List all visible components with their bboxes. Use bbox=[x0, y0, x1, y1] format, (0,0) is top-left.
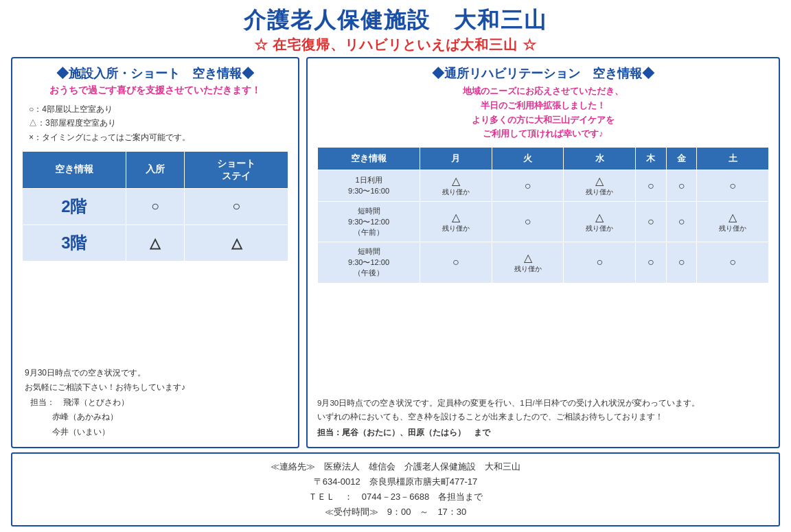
row1-label: 1日利用9:30〜16:00 bbox=[318, 170, 420, 202]
left-panel: ◆施設入所・ショート 空き情報◆ おうちで過ごす喜びを支援させていただきます！ … bbox=[11, 57, 299, 448]
table-row: 1日利用9:30〜16:00 △残り僅か ○ △残り僅か ○ ○ ○ bbox=[318, 170, 769, 202]
footer-line-1: ≪連絡先≫ 医療法人 雄信会 介護老人保健施設 大和三山 bbox=[26, 459, 765, 474]
row1-sat: ○ bbox=[697, 170, 769, 202]
right-footnote-staff: 担当：尾谷（おたに）、田原（たはら） まで bbox=[317, 426, 769, 440]
right-col-fri: 金 bbox=[666, 148, 697, 170]
left-footnote: 9月30日時点での空き状況です。 お気軽にご相談下さい！お待ちしています♪ 担当… bbox=[22, 366, 288, 440]
floor2-short: ○ bbox=[185, 188, 288, 224]
right-col-sat: 土 bbox=[697, 148, 769, 170]
right-table: 空き情報 月 火 水 木 金 土 1日利用9:30〜16:00 △残り僅か ○ bbox=[317, 147, 769, 283]
row3-thu: ○ bbox=[636, 242, 667, 283]
footer-line-3: ＴＥＬ ： 0744－23－6688 各担当まで bbox=[26, 489, 765, 505]
left-panel-title: ◆施設入所・ショート 空き情報◆ bbox=[22, 65, 288, 82]
row2-thu: ○ bbox=[636, 202, 667, 242]
table-row: 2階 ○ ○ bbox=[23, 188, 288, 224]
row1-fri: ○ bbox=[666, 170, 697, 202]
legend-item-1: ○：4部屋以上空室あり bbox=[29, 102, 288, 116]
page: 介護老人保健施設 大和三山 ☆ 在宅復帰、リハビリといえば大和三山 ☆ ◆施設入… bbox=[0, 0, 791, 532]
table-row: 短時間9:30〜12:00（午前） △残り僅か ○ △残り僅か ○ ○ △残り僅… bbox=[318, 202, 769, 242]
left-col-nyusho: 入所 bbox=[126, 152, 185, 188]
row1-thu: ○ bbox=[636, 170, 667, 202]
row3-sat: ○ bbox=[697, 242, 769, 283]
header-title: 介護老人保健施設 大和三山 bbox=[11, 5, 780, 36]
right-col-wed: 水 bbox=[564, 148, 636, 170]
main-content: ◆施設入所・ショート 空き情報◆ おうちで過ごす喜びを支援させていただきます！ … bbox=[11, 57, 780, 448]
row2-sat: △残り僅か bbox=[697, 202, 769, 242]
row3-mon: ○ bbox=[420, 242, 492, 283]
left-col-short: ショートステイ bbox=[185, 152, 288, 188]
right-panel-title: ◆通所リハビリテーション 空き情報◆ bbox=[317, 65, 769, 82]
right-footnote-2: いずれの枠においても、空き枠を設けることが出来ましたので、ご相談お待ちしておりま… bbox=[317, 410, 769, 424]
right-col-thu: 木 bbox=[636, 148, 667, 170]
footer-line-4: ≪受付時間≫ 9：00 ～ 17：30 bbox=[26, 505, 765, 520]
right-footnote: 9月30日時点での空き状況です。定員枠の変更を行い、1日/半日枠での受け入れ状況… bbox=[317, 397, 769, 440]
floor-3: 3階 bbox=[23, 224, 126, 261]
row1-wed: △残り僅か bbox=[564, 170, 636, 202]
left-panel-subtitle: おうちで過ごす喜びを支援させていただきます！ bbox=[22, 84, 288, 97]
floor3-short: △ bbox=[185, 224, 288, 261]
right-col-mon: 月 bbox=[420, 148, 492, 170]
footer-line-2: 〒634-0012 奈良県橿原市膳夫町477-17 bbox=[26, 474, 765, 489]
right-col-akijouhou: 空き情報 bbox=[318, 148, 420, 170]
floor-2: 2階 bbox=[23, 188, 126, 224]
row3-wed: ○ bbox=[564, 242, 636, 283]
right-footnote-1: 9月30日時点での空き状況です。定員枠の変更を行い、1日/半日枠での受け入れ状況… bbox=[317, 397, 769, 410]
footnote-date: 9月30日時点での空き状況です。 bbox=[25, 366, 288, 381]
right-description: 地域のニーズにお応えさせていただき、 半日のご利用枠拡張しました！ より多くの方… bbox=[317, 84, 769, 141]
legend-item-2: △：3部屋程度空室あり bbox=[29, 116, 288, 130]
header-subtitle: ☆ 在宅復帰、リハビリといえば大和三山 ☆ bbox=[11, 36, 780, 54]
right-panel: ◆通所リハビリテーション 空き情報◆ 地域のニーズにお応えさせていただき、 半日… bbox=[306, 57, 780, 448]
table-row: 3階 △ △ bbox=[23, 224, 288, 261]
left-table: 空き情報 入所 ショートステイ 2階 ○ ○ 3階 △ △ bbox=[22, 151, 288, 261]
row3-tue: △残り僅か bbox=[492, 242, 564, 283]
row2-fri: ○ bbox=[666, 202, 697, 242]
row3-label: 短時間9:30〜12:00（午後） bbox=[318, 242, 420, 283]
floor2-nyusho: ○ bbox=[126, 188, 185, 224]
floor3-nyusho: △ bbox=[126, 224, 185, 261]
row2-tue: ○ bbox=[492, 202, 564, 242]
header: 介護老人保健施設 大和三山 ☆ 在宅復帰、リハビリといえば大和三山 ☆ bbox=[11, 5, 780, 54]
left-legend: ○：4部屋以上空室あり △：3部屋程度空室あり ×：タイミングによってはご案内可… bbox=[22, 102, 288, 144]
row2-wed: △残り僅か bbox=[564, 202, 636, 242]
legend-item-3: ×：タイミングによってはご案内可能です。 bbox=[29, 130, 288, 144]
right-col-tue: 火 bbox=[492, 148, 564, 170]
footer: ≪連絡先≫ 医療法人 雄信会 介護老人保健施設 大和三山 〒634-0012 奈… bbox=[11, 452, 780, 527]
footnote-staff: 担当： 飛澤（とびさわ） 赤峰（あかみね） 今井（いまい） bbox=[30, 395, 288, 440]
table-row: 短時間9:30〜12:00（午後） ○ △残り僅か ○ ○ ○ ○ bbox=[318, 242, 769, 283]
row1-tue: ○ bbox=[492, 170, 564, 202]
left-col-akijouhou: 空き情報 bbox=[23, 152, 126, 188]
row1-mon: △残り僅か bbox=[420, 170, 492, 202]
row2-mon: △残り僅か bbox=[420, 202, 492, 242]
footnote-contact: お気軽にご相談下さい！お待ちしています♪ bbox=[25, 380, 288, 395]
row2-label: 短時間9:30〜12:00（午前） bbox=[318, 202, 420, 242]
row3-fri: ○ bbox=[666, 242, 697, 283]
